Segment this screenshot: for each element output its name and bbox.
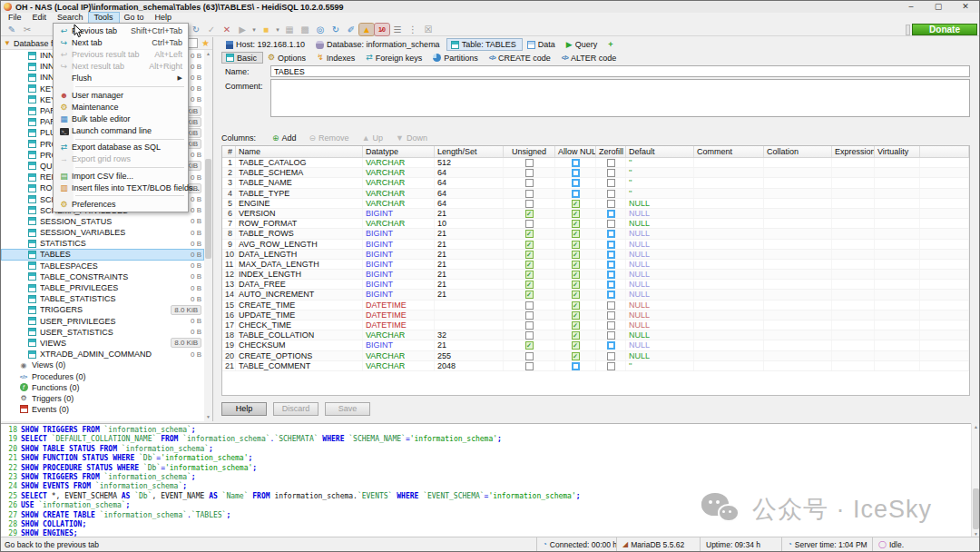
table-row[interactable]: 12INDEX_LENGTHBIGINT21✓✓NULL (222, 270, 969, 280)
column-up-button[interactable]: ▲Up (362, 133, 383, 143)
wrap-lines-icon[interactable]: ☰ (390, 24, 405, 35)
sidebar-scrollbar[interactable]: ▲ ▼ (204, 50, 212, 421)
subtab-indexes[interactable]: ↯Indexes (312, 52, 361, 64)
scroll-down-icon[interactable]: ▼ (204, 413, 212, 421)
checkbox-unchecked[interactable] (607, 200, 615, 208)
export-icon[interactable]: ▩ (298, 24, 312, 35)
tools-menu-item-flush[interactable]: Flush▶ (54, 73, 188, 84)
checkbox-unchecked[interactable] (572, 190, 580, 198)
tree-table-table-privileges[interactable]: TABLE_PRIVILEGES0 B (1, 282, 204, 293)
table-row[interactable]: 1TABLE_CATALOGVARCHAR512'' (222, 158, 969, 168)
tree-table-triggers[interactable]: TRIGGERS8.0 KiB (1, 304, 204, 315)
checkbox-unchecked[interactable] (607, 251, 615, 259)
disconnect-icon[interactable]: ✂ (20, 24, 34, 35)
close-button[interactable]: ✕ (952, 1, 979, 13)
table-row[interactable]: 18TABLE_COLLATIONVARCHAR32✓NULL (222, 330, 969, 340)
checkbox-unchecked[interactable] (607, 190, 615, 198)
column-down-button[interactable]: ▼Down (396, 133, 427, 143)
table-row[interactable]: 3TABLE_NAMEVARCHAR64'' (222, 178, 969, 188)
grid-header-length-set[interactable]: Length/Set (435, 146, 504, 157)
grid-header-unsigned[interactable]: Unsigned (504, 146, 555, 157)
session-manager-icon[interactable]: ✎ (5, 24, 19, 35)
checkbox-checked[interactable]: ✓ (572, 301, 580, 310)
checkbox-checked[interactable]: ✓ (572, 251, 580, 259)
checkbox-checked[interactable]: ✓ (525, 341, 534, 350)
sql-log-scrollbar[interactable]: ▲ ▼ (971, 423, 979, 538)
scroll-up-icon[interactable]: ▲ (204, 50, 212, 58)
checkbox-checked[interactable]: ✓ (525, 230, 534, 238)
scrollbar-thumb[interactable] (205, 159, 211, 259)
subtab-create-code[interactable]: </>CREATE code (485, 52, 557, 64)
column-remove-button[interactable]: ⊖Remove (309, 133, 349, 143)
checkbox-unchecked[interactable] (525, 301, 534, 310)
checkbox-unchecked[interactable] (525, 362, 534, 370)
checkbox-unchecked[interactable] (525, 190, 534, 198)
grid-header-comment[interactable]: Comment (694, 146, 764, 157)
execute-icon[interactable]: ▶ (235, 24, 250, 35)
menu-edit[interactable]: Edit (27, 13, 53, 23)
checkbox-checked[interactable]: ✓ (572, 271, 580, 279)
scrollbar-thumb[interactable] (973, 488, 979, 529)
tree-table-views[interactable]: VIEWS8.0 KiB (1, 338, 204, 349)
checkbox-unchecked[interactable] (607, 311, 615, 320)
checkbox-unchecked[interactable] (525, 179, 534, 187)
grid-header-datatype[interactable]: Datatype (363, 146, 435, 157)
grid-header-name[interactable]: Name (236, 146, 363, 157)
tools-menu-item-insert-files-into-text-blob-fields[interactable]: ▥Insert files into TEXT/BLOB fields... (54, 182, 188, 193)
checkbox-unchecked[interactable] (607, 241, 615, 249)
table-row[interactable]: 11MAX_DATA_LENGTHBIGINT21✓✓NULL (222, 260, 969, 270)
cancel-icon[interactable]: ✕ (220, 24, 234, 35)
refresh-icon[interactable]: ↻ (328, 24, 343, 35)
commit-icon[interactable]: ✓ (204, 24, 219, 35)
checkbox-unchecked[interactable] (525, 159, 534, 167)
tools-menu-item-preferences[interactable]: ⚙Preferences (54, 198, 188, 210)
maximize-button[interactable]: ▢ (925, 1, 952, 13)
subtab-partitions[interactable]: Partitions (428, 52, 485, 64)
checkbox-checked[interactable]: ✓ (572, 220, 580, 228)
table-comment-input[interactable] (270, 79, 970, 117)
tools-menu-item-previous-result-tab[interactable]: ↩Previous result tabAlt+Left (54, 48, 188, 60)
checkbox-unchecked[interactable] (607, 281, 615, 289)
checkbox-checked[interactable]: ✓ (525, 281, 534, 289)
grid-header-default[interactable]: Default (626, 146, 694, 157)
tab-data[interactable]: Data (523, 38, 562, 51)
tools-menu-item-bulk-table-editor[interactable]: ▦Bulk table editor (54, 113, 188, 124)
checkbox-unchecked[interactable] (607, 230, 615, 238)
scroll-up-icon[interactable]: ▲ (972, 423, 980, 431)
tree-table-tablespaces[interactable]: TABLESPACES0 B (1, 261, 204, 271)
checkbox-checked[interactable]: ✓ (525, 210, 534, 218)
checkbox-unchecked[interactable] (525, 331, 534, 340)
tree-category-functions-0[interactable]: fFunctions (0) (1, 382, 204, 393)
help-button[interactable]: Help (221, 402, 267, 416)
checkbox-unchecked[interactable] (572, 159, 580, 167)
checkbox-checked[interactable]: ✓ (572, 352, 580, 360)
tools-menu-item-launch-command-line[interactable]: >_Launch command line (54, 125, 188, 137)
tab-query[interactable]: ▶Query (562, 38, 603, 51)
checkbox-unchecked[interactable] (607, 159, 615, 167)
checkbox-unchecked[interactable] (607, 261, 615, 269)
tree-table-user-statistics[interactable]: USER_STATISTICS0 B (1, 327, 204, 338)
minimize-button[interactable]: – (897, 1, 925, 13)
grid-header-zerofill[interactable]: Zerofill (596, 146, 626, 157)
tab-new-query[interactable]: + (603, 38, 622, 51)
checkbox-unchecked[interactable] (607, 220, 615, 228)
checkbox-unchecked[interactable] (607, 331, 615, 340)
checkbox-unchecked[interactable] (607, 301, 615, 310)
checkbox-unchecked[interactable] (607, 271, 615, 279)
checkbox-unchecked[interactable] (525, 169, 534, 177)
tab-host-192-168-1-10[interactable]: Host: 192.168.1.10 (221, 38, 311, 51)
tree-table-session-variables[interactable]: SESSION_VARIABLES0 B (1, 227, 204, 238)
checkbox-checked[interactable]: ✓ (572, 210, 580, 218)
tree-table-statistics[interactable]: STATISTICS0 B (1, 238, 204, 249)
checkbox-checked[interactable]: ✓ (525, 291, 534, 299)
grid-header-[interactable]: # (222, 146, 236, 157)
checkbox-unchecked[interactable] (607, 210, 615, 218)
tools-menu-item-export-grid-rows[interactable]: →Export grid rows (54, 153, 188, 165)
checkbox-checked[interactable]: ✓ (572, 261, 580, 269)
checkbox-checked[interactable]: ✓ (525, 241, 534, 249)
checkbox-checked[interactable]: ✓ (572, 200, 580, 208)
tools-menu-item-export-database-as-sql[interactable]: ⇄Export database as SQL (54, 142, 188, 153)
checkbox-unchecked[interactable] (572, 169, 580, 177)
table-name-input[interactable] (270, 65, 970, 77)
tab-database-information-schema[interactable]: Database: information_schema (311, 38, 446, 51)
